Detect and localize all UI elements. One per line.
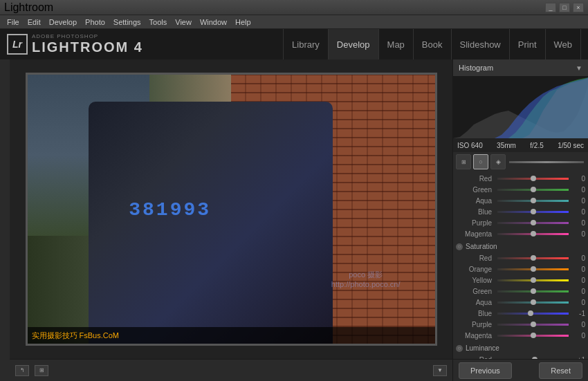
hsl-grid-tool[interactable]: ⊞: [456, 154, 471, 169]
hue-green-row: Green 0: [453, 184, 588, 195]
sat-yellow-track[interactable]: [497, 279, 569, 281]
hsl-slider-tool: [509, 161, 584, 163]
lum-red-track[interactable]: [497, 359, 569, 360]
bottom-overlay: 实用摄影技巧 FsBus.CoM: [28, 327, 435, 344]
hsl-adjust-tool[interactable]: ◈: [490, 154, 506, 169]
hue-blue-thumb[interactable]: [531, 209, 536, 214]
hue-red-label: Red: [456, 175, 492, 183]
sat-orange-track[interactable]: [497, 268, 569, 270]
sat-yellow-thumb[interactable]: [531, 277, 536, 283]
sat-red-value: 0: [571, 254, 585, 262]
histogram-title: Histogram: [459, 64, 493, 72]
saturation-section-title: ○ Saturation: [453, 241, 588, 251]
sat-red-label: Red: [456, 254, 492, 262]
sat-red-thumb[interactable]: [531, 255, 536, 261]
sat-red-track[interactable]: [497, 257, 569, 259]
hue-magenta-track[interactable]: [497, 233, 569, 235]
tab-library[interactable]: Library: [283, 29, 328, 59]
hue-aqua-track[interactable]: [497, 200, 569, 202]
camera-info: ISO 640 35mm f/2.5 1/50 sec: [453, 138, 588, 152]
sat-orange-thumb[interactable]: [531, 266, 536, 272]
tab-slideshow[interactable]: Slideshow: [451, 29, 509, 59]
sliders-area[interactable]: Red 0 Green 0 Aqua: [453, 171, 588, 359]
close-button[interactable]: ×: [573, 3, 584, 12]
menu-tools[interactable]: Tools: [145, 18, 172, 26]
aperture-stat: f/2.5: [530, 142, 543, 149]
tab-map[interactable]: Map: [378, 29, 413, 59]
tab-develop[interactable]: Develop: [328, 29, 378, 59]
previous-button[interactable]: Previous: [459, 362, 512, 379]
logo-area: Lr ADOBE PHOTOSHOP LIGHTROOM 4: [7, 33, 143, 55]
sat-yellow-label: Yellow: [456, 277, 492, 284]
hue-aqua-label: Aqua: [456, 197, 492, 205]
shutter-stat: 1/50 sec: [558, 142, 584, 149]
sat-green-label: Green: [456, 288, 492, 295]
right-panel: Histogram ▼ ISO 640 35mm f/2.5 1/50: [452, 59, 588, 381]
zoom-button[interactable]: ⊞: [35, 365, 48, 376]
hue-aqua-thumb[interactable]: [531, 198, 536, 203]
histogram-chevron[interactable]: ▼: [576, 64, 582, 72]
lum-red-thumb[interactable]: [532, 357, 538, 359]
sat-aqua-value: 0: [571, 299, 585, 306]
reset-button[interactable]: Reset: [539, 362, 582, 379]
sat-blue-track[interactable]: [497, 313, 569, 315]
filmstrip-toggle[interactable]: ▼: [433, 365, 447, 376]
sat-green-thumb[interactable]: [531, 288, 536, 294]
hue-red-thumb[interactable]: [531, 176, 536, 181]
menu-help[interactable]: Help: [231, 18, 255, 26]
watermark-line1: poco 摄影: [331, 270, 401, 280]
sat-purple-thumb[interactable]: [531, 322, 536, 327]
hue-purple-thumb[interactable]: [531, 220, 536, 225]
menu-file[interactable]: File: [3, 18, 24, 26]
luminance-label: Luminance: [466, 344, 499, 352]
sat-magenta-thumb[interactable]: [531, 333, 536, 338]
minimize-button[interactable]: _: [545, 3, 556, 12]
hue-green-track[interactable]: [497, 189, 569, 191]
luminance-toggle[interactable]: ○: [456, 345, 463, 352]
hue-magenta-label: Magenta: [456, 230, 492, 238]
sat-blue-label: Blue: [456, 310, 492, 317]
hue-magenta-thumb[interactable]: [531, 231, 536, 236]
sat-green-value: 0: [571, 288, 585, 295]
sat-yellow-value: 0: [571, 277, 585, 284]
hue-purple-track[interactable]: [497, 222, 569, 224]
sat-green-track[interactable]: [497, 290, 569, 292]
menu-photo[interactable]: Photo: [81, 18, 109, 26]
rotate-left-button[interactable]: ↰: [15, 365, 29, 376]
tab-print[interactable]: Print: [509, 29, 545, 59]
hsl-circle-tool[interactable]: ○: [473, 154, 488, 169]
tool-icons-row: ⊞ ○ ◈: [453, 152, 588, 171]
hue-blue-track[interactable]: [497, 211, 569, 213]
sat-magenta-track[interactable]: [497, 335, 569, 337]
hue-green-thumb[interactable]: [531, 187, 536, 192]
saturation-toggle[interactable]: ○: [456, 243, 463, 250]
maximize-button[interactable]: □: [559, 3, 570, 12]
bottom-overlay-text: 实用摄影技巧 FsBus.CoM: [32, 331, 120, 341]
sat-purple-track[interactable]: [497, 324, 569, 326]
nav-tabs: Library Develop Map Book Slideshow Print…: [283, 29, 581, 59]
sat-aqua-track[interactable]: [497, 301, 569, 304]
titlebar: Lightroom _ □ ×: [0, 0, 588, 15]
histogram-chart: [453, 76, 588, 138]
tab-web[interactable]: Web: [545, 29, 582, 59]
tab-book[interactable]: Book: [413, 29, 451, 59]
menu-develop[interactable]: Develop: [45, 18, 81, 26]
hue-purple-value: 0: [571, 219, 585, 227]
hue-magenta-row: Magenta 0: [453, 228, 588, 239]
sat-purple-label: Purple: [456, 321, 492, 328]
menu-window[interactable]: Window: [196, 18, 231, 26]
histogram-area: [453, 76, 588, 138]
menu-edit[interactable]: Edit: [24, 18, 45, 26]
sat-aqua-label: Aqua: [456, 299, 492, 306]
hue-red-track[interactable]: [497, 178, 569, 180]
bottom-toolbar: ↰ ⊞ ▼: [10, 359, 452, 381]
sat-orange-label: Orange: [456, 266, 492, 273]
menu-settings[interactable]: Settings: [109, 18, 145, 26]
menu-view[interactable]: View: [171, 18, 196, 26]
sat-blue-thumb[interactable]: [528, 310, 533, 316]
sat-green-row: Green 0: [453, 286, 588, 297]
sat-aqua-thumb[interactable]: [531, 299, 536, 305]
photo-area: 381993 poco 摄影 http://photo.poco.cn/ 实用摄…: [10, 59, 452, 359]
hue-green-label: Green: [456, 186, 492, 194]
titlebar-title: Lightroom: [4, 1, 53, 14]
